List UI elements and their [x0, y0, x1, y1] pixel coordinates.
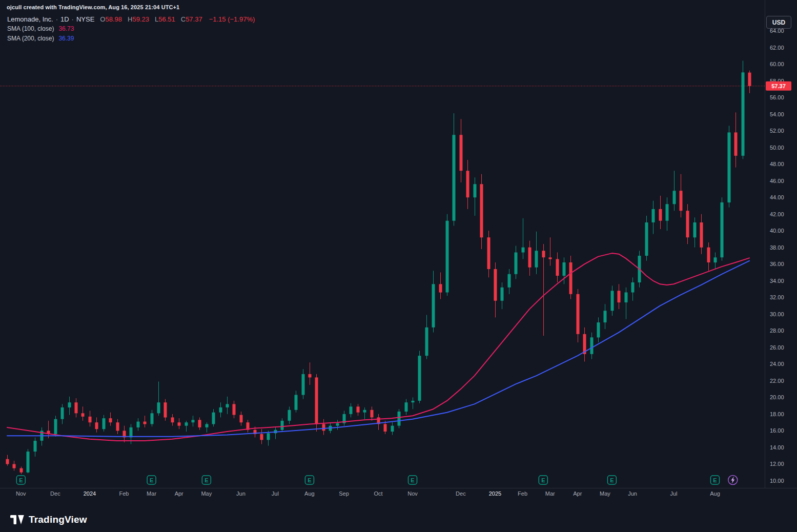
candle-body — [309, 374, 312, 378]
candle-body — [556, 259, 559, 276]
tradingview-logo-text: TradingView — [29, 514, 87, 525]
currency-toggle-button[interactable]: USD — [766, 16, 791, 29]
candle-body — [721, 202, 724, 257]
ohlc-high: H59.23 — [128, 15, 149, 23]
earnings-icon[interactable]: E — [539, 476, 547, 484]
candle-body — [371, 410, 374, 418]
candle-body — [267, 433, 270, 440]
earnings-icon[interactable]: E — [305, 476, 314, 484]
candle-body — [700, 222, 703, 248]
indicator-value-sma200: 36.39 — [58, 35, 74, 42]
earnings-icon-letter: E — [308, 477, 311, 483]
tradingview-logo-icon — [10, 515, 24, 524]
sma-200-line[interactable] — [7, 261, 749, 437]
candle-body — [391, 426, 394, 432]
candle-body — [192, 420, 195, 422]
time-tick-label: Jul — [272, 490, 279, 497]
price-tick-label: 16.00 — [770, 427, 784, 434]
last-price-tag-value: 57.37 — [771, 83, 786, 89]
candle-body — [666, 204, 669, 221]
earnings-icon-letter: E — [713, 477, 717, 483]
symbol-legend: Lemonade, Inc. · 1D · NYSE O58.98 H59.23… — [7, 15, 255, 43]
indicator-row-sma200[interactable]: SMA (200, close) 36.39 — [7, 35, 255, 43]
candle-body — [528, 248, 532, 268]
candle-body — [302, 374, 305, 395]
candle-body — [522, 248, 525, 253]
indicator-row-sma100[interactable]: SMA (100, close) 36.73 — [7, 25, 255, 33]
earnings-icon[interactable]: E — [16, 476, 25, 484]
candle-body — [474, 184, 477, 197]
symbol-info-row[interactable]: Lemonade, Inc. · 1D · NYSE O58.98 H59.23… — [7, 15, 255, 23]
time-tick-label: Dec — [50, 490, 60, 497]
earnings-markers: EEEEEEEE — [16, 476, 719, 484]
candle-body — [164, 402, 167, 417]
separator-dot: · — [56, 15, 58, 23]
candle-body — [597, 322, 600, 337]
lightning-icon[interactable] — [728, 476, 738, 485]
earnings-icon[interactable]: E — [711, 476, 720, 484]
time-tick-label: Dec — [456, 490, 466, 497]
earnings-icon-letter: E — [411, 477, 414, 483]
time-axis[interactable]: NovDec2024FebMarAprMayJunJulAugSepOctNov… — [16, 490, 720, 497]
indicator-value-sma100: 36.73 — [58, 25, 74, 32]
symbol-exchange: NYSE — [76, 15, 94, 23]
candle-body — [680, 191, 683, 211]
tradingview-logo[interactable]: TradingView — [10, 514, 87, 525]
earnings-icon[interactable]: E — [147, 476, 156, 484]
candle-body — [13, 464, 16, 468]
candle-body — [27, 452, 30, 473]
time-tick-label: 2025 — [489, 490, 501, 497]
candle-body — [350, 406, 353, 414]
candle-body — [487, 237, 491, 269]
candlestick-series[interactable] — [6, 61, 751, 475]
indicator-label-sma100: SMA (100, close) — [7, 25, 54, 32]
price-tick-label: 36.00 — [770, 261, 784, 267]
candle-body — [89, 417, 92, 422]
candle-body — [178, 422, 181, 426]
candle-body — [405, 402, 408, 412]
price-tick-label: 60.00 — [770, 61, 784, 67]
separator-dot: · — [72, 15, 74, 23]
time-tick-label: Mar — [545, 490, 555, 497]
ohlc-low: L56.51 — [155, 15, 175, 23]
candle-body — [453, 135, 456, 221]
ohlc-close: C57.37 — [181, 15, 202, 23]
candle-body — [81, 413, 85, 417]
candle-body — [535, 251, 538, 268]
candle-body — [412, 401, 415, 402]
candle-body — [206, 424, 209, 427]
candle-body — [233, 404, 236, 415]
candle-body — [748, 73, 751, 86]
time-tick-label: 2024 — [84, 490, 96, 497]
candle-body — [212, 413, 215, 424]
price-tick-label: 22.00 — [770, 378, 784, 384]
price-tick-label: 42.00 — [770, 211, 784, 217]
candle-body — [103, 418, 106, 429]
candle-body — [398, 412, 401, 426]
price-tick-label: 62.00 — [770, 45, 784, 51]
candle-body — [68, 402, 71, 407]
time-tick-label: Apr — [573, 490, 582, 497]
symbol-interval: 1D — [60, 15, 69, 23]
time-tick-label: Jun — [236, 490, 246, 497]
candle-body — [460, 135, 463, 171]
earnings-icon[interactable]: E — [607, 476, 616, 484]
candle-body — [686, 211, 689, 237]
earnings-icon[interactable]: E — [408, 476, 417, 484]
candle-body — [151, 413, 154, 424]
watermark: ojcull created with TradingView.com, Aug… — [7, 4, 179, 10]
price-tick-label: 44.00 — [770, 194, 784, 200]
candle-body — [54, 419, 57, 434]
time-tick-label: Aug — [304, 490, 315, 497]
candle-body — [693, 222, 697, 237]
candle-body — [240, 415, 243, 423]
earnings-icon-letter: E — [150, 477, 153, 483]
earnings-icon-letter: E — [541, 477, 545, 483]
price-chart[interactable]: 64.0062.0060.0058.0056.0054.0052.0050.00… — [0, 0, 797, 507]
price-tick-label: 56.00 — [770, 94, 784, 100]
time-tick-label: Jul — [670, 490, 677, 497]
price-tick-label: 40.00 — [770, 228, 784, 234]
candle-body — [432, 284, 435, 328]
price-axis[interactable]: 64.0062.0060.0058.0056.0054.0052.0050.00… — [770, 28, 784, 484]
earnings-icon[interactable]: E — [202, 476, 211, 484]
